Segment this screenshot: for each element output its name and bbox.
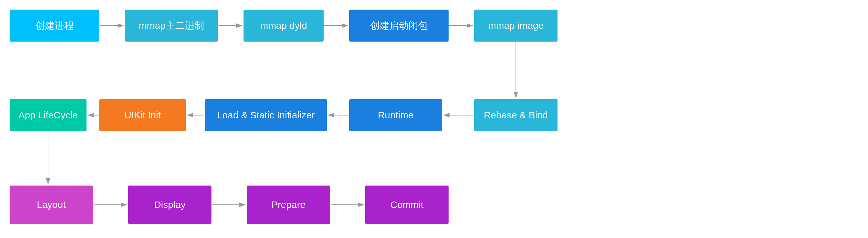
- node-prepare: Prepare: [247, 185, 330, 224]
- node-mmap-dyld: mmap dyld: [244, 10, 323, 42]
- node-chuangjian: 创建进程: [10, 10, 99, 42]
- node-layout: Layout: [10, 185, 93, 224]
- node-mmap-main: mmap主二进制: [125, 10, 218, 42]
- node-chuangjian-bibao-label: 创建启动闭包: [370, 19, 428, 32]
- node-app-lifecycle: App LifeCycle: [10, 99, 87, 131]
- node-uikit-init: UIKit Init: [99, 99, 186, 131]
- node-mmap-dyld-label: mmap dyld: [260, 20, 307, 31]
- node-app-lifecycle-label: App LifeCycle: [18, 110, 78, 121]
- node-load-static: Load & Static Initializer: [205, 99, 327, 131]
- diagram-container: 创建进程 mmap主二进制 mmap dyld 创建启动闭包 mmap imag…: [0, 0, 868, 238]
- node-prepare-label: Prepare: [271, 199, 306, 210]
- node-rebase-bind-label: Rebase & Bind: [484, 110, 548, 121]
- node-load-static-label: Load & Static Initializer: [217, 110, 315, 121]
- node-runtime-label: Runtime: [378, 110, 414, 121]
- node-layout-label: Layout: [37, 199, 66, 210]
- node-display-label: Display: [154, 199, 186, 210]
- node-mmap-image: mmap image: [474, 10, 558, 42]
- node-mmap-main-label: mmap主二进制: [139, 19, 204, 32]
- node-mmap-image-label: mmap image: [488, 20, 544, 31]
- node-commit-label: Commit: [390, 199, 423, 210]
- node-chuangjian-bibao: 创建启动闭包: [349, 10, 448, 42]
- node-display: Display: [128, 185, 212, 224]
- node-rebase-bind: Rebase & Bind: [474, 99, 558, 131]
- node-chuangjian-label: 创建进程: [35, 19, 74, 32]
- node-uikit-init-label: UIKit Init: [124, 110, 160, 121]
- node-runtime: Runtime: [349, 99, 442, 131]
- node-commit: Commit: [365, 185, 448, 224]
